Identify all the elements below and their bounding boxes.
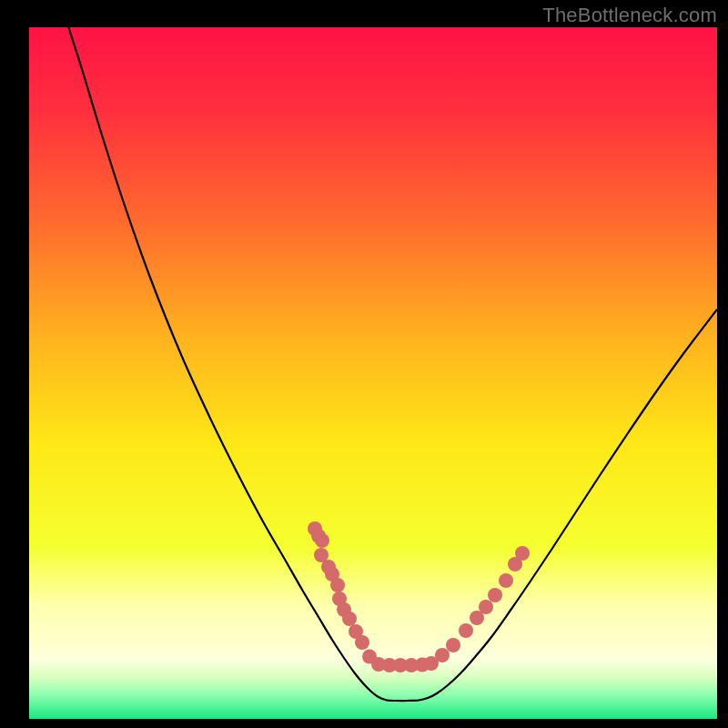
watermark-text: TheBottleneck.com <box>542 4 717 27</box>
data-marker <box>435 648 450 662</box>
data-marker <box>355 635 369 650</box>
data-marker <box>446 638 460 652</box>
data-marker <box>499 573 513 588</box>
data-marker <box>515 546 530 561</box>
chart-svg <box>0 0 728 728</box>
data-marker <box>330 578 345 592</box>
data-marker <box>342 612 357 626</box>
data-marker <box>488 588 502 602</box>
plot-gradient-background <box>29 27 717 719</box>
chart-container: TheBottleneck.com <box>0 0 728 728</box>
data-marker <box>459 623 473 638</box>
data-marker <box>479 600 493 614</box>
data-marker <box>315 533 329 548</box>
